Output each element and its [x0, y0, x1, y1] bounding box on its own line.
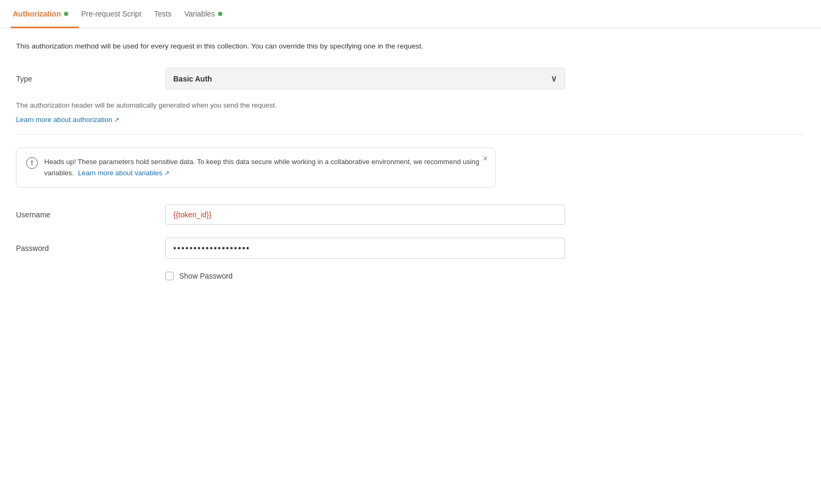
learn-more-link[interactable]: Learn more about authorization ↗	[16, 116, 119, 124]
authorization-dot	[64, 12, 68, 16]
type-select[interactable]: Basic Auth ∨	[165, 68, 565, 90]
type-label: Type	[16, 75, 155, 83]
tab-bar: Authorization Pre-request Script Tests V…	[0, 0, 821, 28]
tab-pre-request-label: Pre-request Script	[81, 10, 141, 18]
show-password-text: Show Password	[179, 272, 232, 280]
alert-close-button[interactable]: ×	[483, 155, 488, 163]
app-container: Authorization Pre-request Script Tests V…	[0, 0, 821, 293]
info-text: The authorization header will be automat…	[16, 100, 805, 111]
variables-dot	[218, 12, 222, 16]
close-icon: ×	[483, 154, 488, 163]
alert-box: ! Heads up! These parameters hold sensit…	[16, 148, 496, 188]
type-row: Type Basic Auth ∨	[16, 68, 805, 90]
username-input[interactable]	[165, 205, 565, 225]
username-row: Username	[16, 205, 805, 225]
learn-more-label: Learn more about authorization	[16, 116, 112, 124]
tab-authorization-label: Authorization	[13, 10, 61, 18]
info-section: The authorization header will be automat…	[16, 100, 805, 124]
tab-tests-label: Tests	[154, 10, 172, 18]
alert-icon: !	[26, 157, 38, 169]
description-text: This authorization method will be used f…	[16, 41, 805, 52]
password-row: Password	[16, 238, 805, 259]
type-select-value: Basic Auth	[173, 75, 212, 83]
tab-tests[interactable]: Tests	[152, 0, 182, 28]
tab-pre-request-script[interactable]: Pre-request Script	[79, 0, 152, 28]
username-label: Username	[16, 210, 155, 219]
form-section: Type Basic Auth ∨ The authorization head…	[16, 68, 805, 280]
show-password-checkbox[interactable]	[165, 272, 174, 280]
alert-learn-more-label: Learn more about variables	[78, 169, 162, 177]
chevron-down-icon: ∨	[551, 74, 557, 84]
password-input[interactable]	[165, 238, 565, 259]
section-divider	[16, 134, 805, 135]
type-select-wrapper: Basic Auth ∨	[165, 68, 565, 90]
main-content: This authorization method will be used f…	[0, 28, 821, 293]
alert-learn-more-link[interactable]: Learn more about variables ↗	[78, 169, 170, 177]
alert-text: Heads up! These parameters hold sensitiv…	[44, 157, 486, 179]
show-password-row: Show Password	[165, 272, 805, 280]
external-link-icon: ↗	[114, 116, 119, 124]
tab-variables-label: Variables	[184, 10, 215, 18]
tab-variables[interactable]: Variables	[182, 0, 233, 28]
show-password-label[interactable]: Show Password	[165, 272, 232, 280]
alert-external-link-icon: ↗	[164, 169, 170, 177]
password-label: Password	[16, 244, 155, 253]
tab-authorization[interactable]: Authorization	[11, 0, 79, 28]
